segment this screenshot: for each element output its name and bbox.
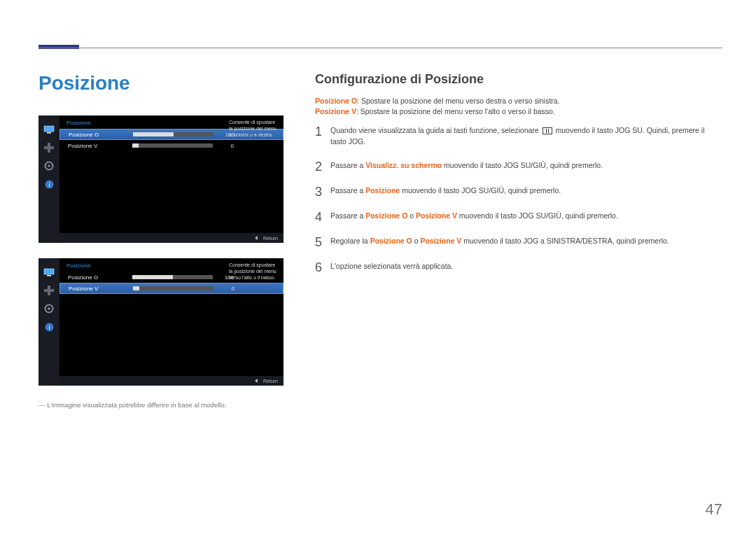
osd-screenshot-1: i Posizione Posizione O 100 Posizione V … (38, 115, 284, 243)
osd-sidebar: i (38, 258, 59, 386)
osd-slider (133, 286, 214, 290)
step-body: Quando viene visualizzata la guida ai ta… (330, 125, 722, 148)
page-number: 47 (706, 500, 722, 519)
osd-body: Posizione Posizione O 100 Posizione V 0 … (59, 115, 284, 243)
svg-rect-1 (47, 132, 51, 134)
svg-rect-9 (47, 275, 51, 276)
step-5: 5 Regolare la Posizione O o Posizione V … (315, 236, 722, 248)
step-number: 5 (315, 236, 330, 248)
osd-screenshot-2: i Posizione Posizione O 100 Posizione V … (38, 258, 284, 386)
osd-slider (132, 143, 213, 148)
svg-text:i: i (48, 181, 50, 188)
osd-slider (133, 132, 214, 136)
osd-row: Posizione V 0 (59, 140, 284, 151)
step-number: 6 (315, 261, 330, 274)
osd-footer: Return (59, 376, 284, 386)
step-number: 2 (315, 160, 330, 173)
svg-rect-0 (44, 126, 54, 132)
osd-row-label: Posizione O (68, 274, 132, 281)
gear-icon (43, 160, 55, 171)
gear-icon (43, 303, 55, 314)
step-3: 3 Passare a Posizione muovendo il tasto … (315, 185, 722, 198)
info-icon: i (43, 178, 55, 190)
highlight: Posizione V (420, 237, 461, 245)
intro-line: Posizione O: Spostare la posizione del m… (315, 97, 722, 105)
svg-rect-8 (44, 269, 54, 274)
step-number: 3 (315, 185, 330, 198)
step-body: Passare a Posizione muovendo il tasto JO… (330, 185, 722, 198)
menu-icon (542, 127, 552, 134)
step-body: L'opzione selezionata verrà applicata. (330, 261, 722, 274)
dpad-icon (43, 142, 55, 153)
dpad-icon (43, 285, 55, 296)
osd-sidebar: i (38, 115, 59, 243)
subsection-heading: Configurazione di Posizione (315, 72, 722, 87)
step-body: Passare a Posizione O o Posizione V muov… (330, 211, 722, 223)
right-column: Configurazione di Posizione Posizione O:… (315, 72, 722, 286)
text: : Spostare la posizione del menu verso d… (357, 97, 559, 105)
step-number: 1 (315, 125, 330, 148)
osd-slider (132, 275, 213, 279)
osd-footer: Return (59, 233, 284, 243)
osd-hint-text: Consente di spostare la posizione del me… (229, 120, 284, 138)
step-body: Passare a Visualizz. su schermo muovendo… (330, 160, 722, 173)
osd-row-value: 0 (217, 143, 234, 149)
step-body: Regolare la Posizione O o Posizione V mu… (330, 236, 722, 248)
section-heading: Posizione (38, 72, 284, 94)
step-6: 6 L'opzione selezionata verrà applicata. (315, 261, 722, 274)
info-icon: i (43, 321, 55, 332)
back-triangle-icon (255, 379, 258, 383)
osd-row-label: Posizione V (69, 286, 133, 292)
highlight: Posizione O (315, 97, 357, 105)
header-rule (38, 48, 722, 48)
back-triangle-icon (255, 236, 258, 240)
intro-line: Posizione V: Spostare la posizione del m… (315, 107, 722, 115)
highlight: Posizione V (416, 211, 457, 220)
step-4: 4 Passare a Posizione O o Posizione V mu… (315, 211, 722, 223)
text: : Spostare la posizione del menu verso l… (356, 107, 555, 115)
highlight: Posizione O (370, 237, 412, 245)
monitor-icon (43, 267, 55, 278)
osd-row-label: Posizione V (68, 143, 132, 149)
highlight: Posizione O (365, 211, 407, 220)
osd-row-selected: Posizione V 0 (59, 283, 284, 294)
osd-row-label: Posizione O (69, 132, 133, 138)
monitor-icon (43, 124, 55, 135)
step-2: 2 Passare a Visualizz. su schermo muoven… (315, 160, 722, 173)
svg-point-13 (48, 307, 50, 310)
svg-text:i: i (48, 324, 50, 331)
highlight: Visualizz. su schermo (365, 161, 442, 169)
svg-rect-11 (44, 289, 54, 292)
svg-point-5 (48, 164, 50, 167)
return-label: Return (263, 236, 278, 241)
highlight: Posizione (365, 186, 400, 195)
svg-rect-3 (44, 146, 54, 149)
osd-row-value: 0 (218, 286, 234, 292)
osd-hint-text: Consente di spostare la posizione del me… (229, 262, 284, 281)
step-number: 4 (315, 211, 330, 223)
step-1: 1 Quando viene visualizzata la guida ai … (315, 125, 722, 148)
osd-body: Posizione Posizione O 100 Posizione V 0 … (59, 258, 284, 386)
highlight: Posizione V (315, 107, 356, 115)
header-accent (38, 45, 79, 49)
return-label: Return (263, 379, 278, 384)
steps-list: 1 Quando viene visualizzata la guida ai … (315, 125, 722, 274)
footnote: L'immagine visualizzata potrebbe differi… (38, 401, 284, 409)
left-column: Posizione i Posizione Posizione O (38, 72, 284, 409)
